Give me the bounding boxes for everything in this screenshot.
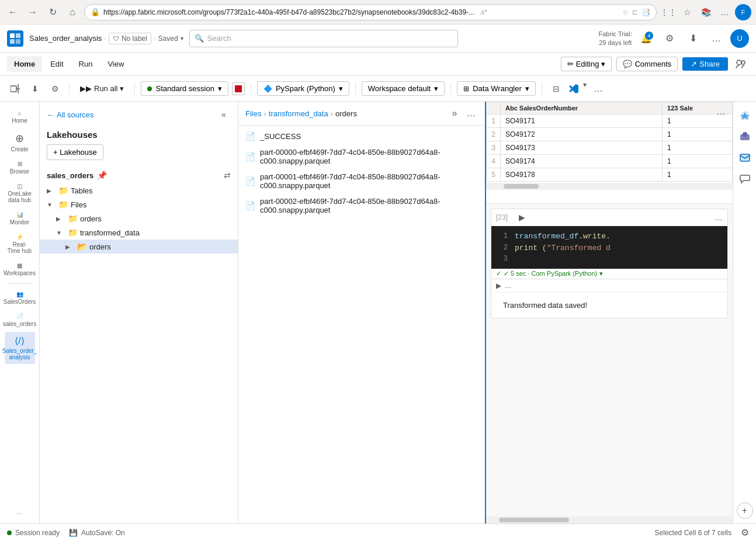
- tree-tables-node[interactable]: ▶ 📁 Tables: [40, 183, 238, 197]
- add-cell-button[interactable]: [7, 81, 23, 97]
- panel-collapse-button[interactable]: «: [217, 107, 231, 122]
- extensions-button[interactable]: ⋮⋮: [660, 4, 677, 20]
- notebook-horiz-scrollbar[interactable]: [486, 516, 733, 523]
- table-scroll-area[interactable]: Abc SalesOrderNumber 123 Sale 1 SO49171 …: [486, 102, 733, 182]
- editing-button[interactable]: ✏ Editing ▾: [561, 57, 612, 71]
- file-panel-collapse-button[interactable]: »: [448, 106, 462, 120]
- sidebar-item-onelake[interactable]: ◫ OneLake data hub: [5, 179, 35, 207]
- session-status-dot: [147, 86, 152, 91]
- file-item-part1[interactable]: 📄 part-00001-efbf469f-7dd7-4c04-850e-88b…: [238, 169, 485, 193]
- user-access-button[interactable]: [733, 56, 749, 72]
- settings-button[interactable]: ⚙: [660, 29, 679, 48]
- notebook-settings-button[interactable]: ⚙: [47, 81, 63, 97]
- line-num-3: 3: [498, 254, 508, 264]
- messaging-button[interactable]: [736, 169, 754, 188]
- user-avatar[interactable]: U: [730, 29, 749, 48]
- more-tools-button[interactable]: …: [590, 81, 606, 97]
- file-options-button[interactable]: …: [464, 106, 478, 120]
- browser-more-button[interactable]: …: [716, 4, 733, 20]
- toolbar-divider-3: [251, 83, 251, 95]
- sidebar-item-analysis[interactable]: ⟨/⟩ Sales_order_ analysis: [5, 332, 35, 364]
- lakehouse-pin-button[interactable]: 📌: [97, 171, 107, 180]
- favorites-button[interactable]: ☆: [679, 4, 695, 20]
- breadcrumb-transformed-data[interactable]: transformed_data: [269, 109, 328, 118]
- tab-edit[interactable]: Edit: [43, 56, 70, 72]
- tree-transformed-node[interactable]: ▼ 📁 transformed_data: [40, 226, 238, 240]
- sidebar-item-monitor[interactable]: 📊 Monitor: [5, 208, 35, 229]
- sidebar-item-realtime[interactable]: ⚡ Real-Time hub: [5, 230, 35, 258]
- file-item-part2[interactable]: 📄 part-00002-efbf469f-7dd7-4c04-850e-88b…: [238, 193, 485, 218]
- header-more-button[interactable]: …: [707, 29, 726, 48]
- vscode-button[interactable]: [566, 81, 582, 97]
- notebook-area: … Abc SalesOrderNumber 123 Sale 1 SO4917…: [486, 102, 733, 523]
- collections-button[interactable]: 📚: [698, 4, 714, 20]
- sidebar-item-workspaces[interactable]: ▦ Workspaces: [5, 259, 35, 280]
- lakehouse-sync-button[interactable]: ⇄: [224, 171, 231, 180]
- statusbar-settings-button[interactable]: ⚙: [741, 527, 749, 538]
- comments-button[interactable]: 💬 Comments: [616, 57, 678, 71]
- address-bar[interactable]: 🔒 https://app.fabric.microsoft.com/group…: [84, 4, 657, 20]
- download-notebook-button[interactable]: ⬇: [27, 81, 43, 97]
- data-wrangler-button[interactable]: ⊞ Data Wrangler ▾: [457, 81, 536, 96]
- notebook-scroll-thumb: [499, 518, 569, 522]
- row-num-3: 3: [487, 141, 501, 155]
- saved-status[interactable]: Saved ▾: [158, 34, 183, 43]
- stop-button[interactable]: [232, 82, 245, 95]
- run-all-button[interactable]: ▶▶ Run all ▾: [75, 82, 129, 95]
- tables-chevron-icon: ▶: [47, 188, 56, 194]
- sidebar-item-salesorders[interactable]: 👥 SalesOrders: [5, 287, 35, 308]
- browse-nav-label: Browse: [10, 168, 29, 175]
- add-lakehouse-button[interactable]: + Lakehouse: [47, 144, 103, 160]
- tab-view[interactable]: View: [100, 56, 131, 72]
- tab-home[interactable]: Home: [7, 56, 42, 72]
- no-label-badge[interactable]: 🛡 No label: [109, 33, 151, 44]
- layout-split-button[interactable]: ⊟: [548, 81, 564, 97]
- pyspark-button[interactable]: 🔷 PySpark (Python) ▾: [257, 81, 349, 96]
- toolbar-divider-6: [542, 83, 542, 95]
- session-button[interactable]: Standard session ▾: [141, 81, 228, 96]
- file-name[interactable]: Sales_order_analysis: [29, 34, 102, 43]
- tree-orders-node[interactable]: ▶ 📁 orders: [40, 211, 238, 226]
- share-button[interactable]: ↗ Share: [682, 57, 728, 71]
- sidebar-item-create[interactable]: ⊕ Create: [5, 129, 35, 156]
- svg-rect-0: [10, 33, 15, 38]
- add-panel-button[interactable]: +: [737, 502, 753, 519]
- cell-more-button[interactable]: …: [715, 213, 723, 222]
- search-icon: 🔍: [195, 34, 204, 43]
- sidebar-item-sales-orders-file[interactable]: 📄 sales_orders: [5, 310, 35, 331]
- teams-button[interactable]: [736, 127, 754, 146]
- sidebar-item-browse[interactable]: ⊞ Browse: [5, 157, 35, 178]
- sales-orders-file-icon: 📄: [16, 313, 23, 320]
- output-expand-button[interactable]: ▶ …: [491, 279, 727, 292]
- workspace-button[interactable]: Workspace default ▾: [362, 81, 445, 96]
- notifications-button[interactable]: 🔔 4: [637, 29, 656, 48]
- search-bar[interactable]: 🔍 Search: [189, 30, 458, 47]
- layout-chevron-icon[interactable]: ▾: [583, 81, 587, 97]
- code-editor[interactable]: 1 transformed_df.write. 2 print ("Transf…: [491, 226, 727, 269]
- home-button[interactable]: ⌂: [64, 4, 81, 20]
- browser-profile-avatar[interactable]: F: [735, 4, 751, 20]
- file-item-success[interactable]: 📄 _SUCCESS: [238, 128, 485, 144]
- tab-run[interactable]: Run: [72, 56, 100, 72]
- sidebar-item-home[interactable]: ⌂ Home: [5, 106, 35, 127]
- cell-expand-button[interactable]: ▶: [516, 211, 528, 223]
- orders-sub-chevron-icon: ▶: [65, 244, 75, 250]
- breadcrumb-files[interactable]: Files: [245, 109, 261, 118]
- table-options-button[interactable]: …: [716, 106, 726, 117]
- download-button[interactable]: ⬇: [684, 29, 702, 48]
- sidebar-more-button[interactable]: …: [5, 505, 35, 519]
- copilot-button[interactable]: [736, 106, 754, 125]
- tree-orders-sub-node[interactable]: ▶ 📂 orders: [40, 240, 238, 254]
- refresh-button[interactable]: ↻: [44, 4, 61, 20]
- file-item-part0[interactable]: 📄 part-00000-efbf469f-7dd7-4c04-850e-88b…: [238, 144, 485, 169]
- code-line-3: 3: [498, 254, 720, 264]
- output-area: Transformed data saved!: [491, 292, 727, 318]
- back-button[interactable]: ←: [5, 4, 21, 20]
- all-sources-button[interactable]: ← All sources: [47, 110, 94, 119]
- svg-rect-6: [11, 86, 16, 92]
- table-scrollbar[interactable]: [486, 183, 733, 190]
- tree-files-node[interactable]: ▼ 📁 Files: [40, 197, 238, 211]
- menu-bar: Home Edit Run View ✏ Editing ▾ 💬 Comment…: [0, 53, 756, 76]
- forward-button[interactable]: →: [25, 4, 41, 20]
- outlook-button[interactable]: [736, 148, 754, 167]
